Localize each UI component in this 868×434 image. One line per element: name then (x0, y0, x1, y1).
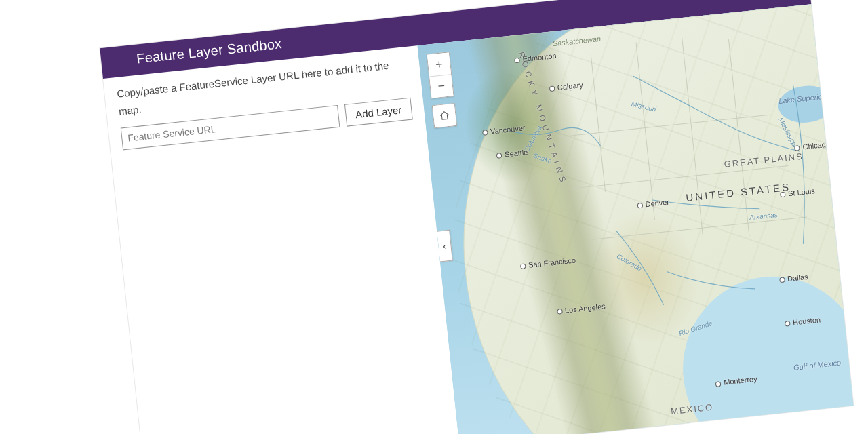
zoom-out-button[interactable]: − (429, 74, 453, 98)
map-view[interactable]: Saskatchewan ROCKY MOUNTAINS GREAT PLAIN… (417, 4, 853, 434)
app-window: Feature Layer Sandbox Copy/paste a Featu… (99, 0, 854, 434)
home-icon (439, 110, 451, 122)
rivers (417, 4, 850, 413)
home-button[interactable] (433, 104, 456, 127)
zoom-control: + − (427, 52, 454, 98)
chevron-left-icon: ‹ (442, 240, 446, 251)
minus-icon: − (437, 79, 446, 94)
zoom-in-button[interactable]: + (427, 52, 451, 76)
plus-icon: + (435, 57, 443, 72)
add-layer-button[interactable]: Add Layer (344, 97, 412, 126)
side-panel: Copy/paste a FeatureService Layer URL he… (103, 45, 460, 434)
home-control (432, 103, 457, 128)
